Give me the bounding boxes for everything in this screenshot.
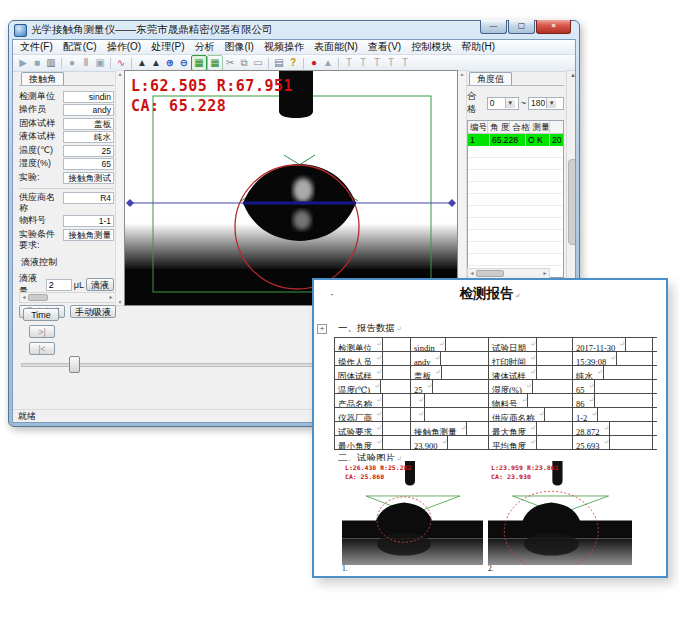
print-icon[interactable]: ▤ xyxy=(272,56,286,70)
field-value[interactable]: R4 xyxy=(63,192,114,204)
time-button[interactable]: Time xyxy=(23,308,59,321)
menu-help[interactable]: 帮助(H) xyxy=(456,40,500,54)
field-value[interactable]: 盖板 xyxy=(63,118,114,130)
field-value[interactable]: 纯水 xyxy=(63,131,114,143)
play-icon[interactable]: ▶ xyxy=(16,56,30,70)
scroll-up-icon[interactable]: ▲ xyxy=(567,72,576,78)
test-image-1: L:26.438 R:25.282 CA: 25.860 1. xyxy=(342,461,483,565)
menu-config[interactable]: 配置(C) xyxy=(58,40,102,54)
drop-volume-input[interactable] xyxy=(46,279,72,291)
angle-tool-z-icon[interactable]: T xyxy=(398,56,412,70)
field-value[interactable]: 25 xyxy=(63,145,114,157)
field-label: 操作员 xyxy=(19,104,63,115)
scroll-down-icon[interactable]: ▼ xyxy=(118,299,123,305)
menu-image[interactable]: 图像(I) xyxy=(219,40,258,54)
formatting-mark: ↵ xyxy=(373,422,383,435)
maximize-button[interactable]: ▢ xyxy=(508,20,535,34)
curve-icon[interactable]: ∿ xyxy=(114,56,128,70)
menu-file[interactable]: 文件(F) xyxy=(15,40,58,54)
dispense-button[interactable]: 滴液 xyxy=(86,278,114,291)
formatting-mark: ↵ xyxy=(415,408,425,421)
scrollbar-thumb[interactable] xyxy=(28,294,48,301)
zoom-in-icon[interactable]: ⊕ xyxy=(163,56,177,70)
field-value[interactable]: 接触角测试 xyxy=(63,172,114,184)
formatting-mark: ↵ xyxy=(527,436,537,449)
scroll-up-icon[interactable]: ▲ xyxy=(460,71,465,77)
cut-icon[interactable]: ✂ xyxy=(223,56,237,70)
chevron-down-icon[interactable]: ▼ xyxy=(505,98,515,108)
formatting-mark: ↵ xyxy=(600,422,610,435)
zoom-out-icon[interactable]: ⊖ xyxy=(177,56,191,70)
title-bar[interactable]: 光学接触角测量仪——东莞市晟鼎精密仪器有限公司 — ▢ × xyxy=(9,21,579,39)
tab-contact-angle[interactable]: 接触角 xyxy=(21,72,64,85)
tilt-up-icon[interactable]: ▲ xyxy=(135,56,149,70)
left-panel-hscrollbar[interactable]: ◄ ► xyxy=(19,292,116,303)
needle-tool-icon[interactable]: ▲ xyxy=(321,56,335,70)
help-icon[interactable]: ? xyxy=(286,56,300,70)
slider-thumb[interactable] xyxy=(69,356,80,373)
copy-icon[interactable]: ⧉ xyxy=(237,56,251,70)
angle-tool-right-icon[interactable]: T xyxy=(356,56,370,70)
menu-analyze[interactable]: 分析 xyxy=(189,40,219,54)
angle-row-1[interactable]: 1 65.228 O K 20 xyxy=(468,134,563,146)
menu-bar: 文件(F) 配置(C) 操作(O) 处理(P) 分析 图像(I) 视频操作 表面… xyxy=(13,40,575,55)
field-value[interactable]: 1-1 xyxy=(63,215,114,227)
angle-tool-i-icon[interactable]: T xyxy=(384,56,398,70)
toolbar-separator xyxy=(303,58,304,69)
scrollbar-thumb[interactable] xyxy=(568,159,576,245)
video-view[interactable]: L:62.505 R:67.951 CA: 65.228 xyxy=(124,70,458,306)
field-solid-sample: 固体试样 盖板 xyxy=(19,118,114,130)
menu-surface-energy[interactable]: 表面能(N) xyxy=(309,40,363,54)
field-label: 液体试样 xyxy=(19,131,63,142)
minimize-button[interactable]: — xyxy=(480,20,507,34)
seek-prev-button[interactable]: |< xyxy=(29,342,55,355)
frame-icon[interactable]: ▣ xyxy=(93,56,107,70)
row-end-mark: ↵ xyxy=(653,436,657,449)
record-icon[interactable]: ● xyxy=(65,56,79,70)
chevron-down-icon[interactable]: ▼ xyxy=(546,98,556,108)
outline-expand-icon[interactable]: + xyxy=(317,324,327,334)
field-value[interactable]: 接触角测量 xyxy=(63,229,114,241)
video-lr-readout: L:62.505 R:67.951 xyxy=(131,77,293,95)
pass-min-select[interactable]: 0 ▼ xyxy=(487,97,519,110)
video-right-scroll-strip[interactable]: ▲ ▼ xyxy=(457,70,467,306)
image-index-label: 2. xyxy=(488,564,494,573)
scroll-up-icon[interactable]: ▲ xyxy=(118,71,123,77)
pass-max-select[interactable]: 180 ▼ xyxy=(528,97,564,110)
capture-icon[interactable]: ▥ xyxy=(44,56,58,70)
menu-view[interactable]: 查看(V) xyxy=(363,40,406,54)
seek-next-button[interactable]: >| xyxy=(29,325,55,338)
drop-dispense-icon[interactable]: ● xyxy=(307,56,321,70)
formatting-mark: ↵ xyxy=(373,394,383,407)
field-value[interactable]: andy xyxy=(63,104,114,116)
scroll-left-icon[interactable]: ◄ xyxy=(468,270,476,277)
roi-grid-icon[interactable]: ▦ xyxy=(191,55,207,71)
manual-suck-button[interactable]: 手动吸液 xyxy=(70,305,116,318)
stop-icon[interactable]: ■ xyxy=(30,56,44,70)
close-button[interactable]: × xyxy=(536,20,571,34)
menu-video-op[interactable]: 视频操作 xyxy=(259,40,309,54)
field-temperature: 温度(℃) 25 xyxy=(19,145,114,157)
row-end-mark: ↵ xyxy=(653,352,657,365)
scroll-right-icon[interactable]: ► xyxy=(107,294,115,301)
field-value[interactable]: sindin xyxy=(63,91,114,103)
desktop: 光学接触角测量仪——东莞市晟鼎精密仪器有限公司 — ▢ × 文件(F) 配置(C… xyxy=(0,0,679,625)
angle-tool-top-icon[interactable]: T xyxy=(370,56,384,70)
paste-icon[interactable]: ▭ xyxy=(251,56,265,70)
field-humidity: 湿度(%) 65 xyxy=(19,158,114,170)
field-operator: 操作员 andy xyxy=(19,104,114,116)
field-value[interactable]: 65 xyxy=(63,158,114,170)
tab-angle-values[interactable]: 角度值 xyxy=(469,72,512,85)
formatting-mark: ↵ xyxy=(436,338,446,351)
tilt-down-icon[interactable]: ▲ xyxy=(149,56,163,70)
field-test-unit: 检测单位 sindin xyxy=(19,91,114,103)
menu-operate[interactable]: 操作(O) xyxy=(102,40,146,54)
menu-process[interactable]: 处理(P) xyxy=(146,40,189,54)
scroll-left-icon[interactable]: ◄ xyxy=(20,294,28,301)
scrollbar-thumb[interactable] xyxy=(476,270,504,277)
angle-tool-left-icon[interactable]: T xyxy=(342,56,356,70)
pause-icon[interactable]: ‖ xyxy=(79,56,93,70)
roi-grid2-icon[interactable]: ▦ xyxy=(207,55,223,71)
menu-control-module[interactable]: 控制模块 xyxy=(406,40,456,54)
scroll-right-icon[interactable]: ► xyxy=(541,270,549,277)
